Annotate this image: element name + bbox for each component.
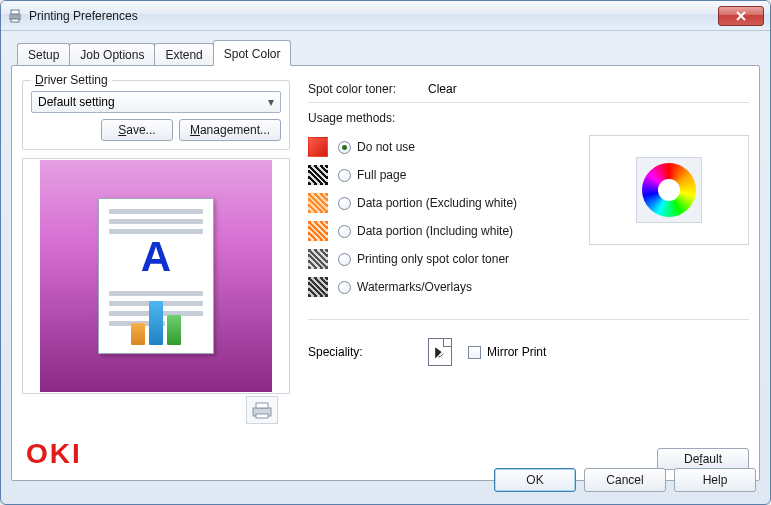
driver-setting-group: Driver Setting Default setting ▾ Save...…	[22, 80, 290, 150]
left-column: Driver Setting Default setting ▾ Save...…	[22, 76, 290, 470]
mirror-print-label: Mirror Print	[487, 345, 546, 359]
usage-option-do-not-use[interactable]: Do not use	[308, 133, 579, 161]
save-button[interactable]: Save...	[101, 119, 173, 141]
printer-icon	[7, 8, 23, 24]
driver-setting-dropdown[interactable]: Default setting ▾	[31, 91, 281, 113]
brand-logo: OKI	[22, 438, 290, 470]
printer-icon	[250, 400, 274, 420]
swatch-icon	[308, 249, 328, 269]
usage-label: Data portion (Including white)	[357, 224, 513, 238]
usage-option-data-incl-white[interactable]: Data portion (Including white)	[308, 217, 579, 245]
window-title: Printing Preferences	[29, 9, 718, 23]
default-button[interactable]: Default	[657, 448, 749, 470]
cancel-button[interactable]: Cancel	[584, 468, 666, 492]
close-button[interactable]	[718, 6, 764, 26]
management-button[interactable]: Management...	[179, 119, 281, 141]
preview-frame: A	[22, 158, 290, 394]
svg-rect-1	[11, 10, 19, 14]
svg-rect-5	[256, 414, 268, 418]
preview-letter: A	[99, 233, 213, 281]
svg-rect-2	[11, 19, 19, 22]
tab-label: Spot Color	[224, 47, 281, 61]
preview-bars-icon	[131, 297, 181, 345]
tab-spot-color[interactable]: Spot Color	[213, 40, 292, 66]
speciality-label: Speciality:	[308, 345, 428, 359]
close-icon	[736, 11, 746, 21]
color-wheel-frame	[589, 135, 749, 245]
tab-extend[interactable]: Extend	[154, 43, 213, 66]
dropdown-value: Default setting	[38, 95, 115, 109]
usage-methods-label: Usage methods:	[308, 111, 749, 125]
printer-thumbnail	[246, 396, 278, 424]
radio[interactable]	[338, 253, 351, 266]
radio[interactable]	[338, 281, 351, 294]
client-area: Setup Job Options Extend Spot Color Driv…	[1, 31, 770, 504]
button-label: OK	[526, 473, 543, 487]
mirror-print-checkbox[interactable]	[468, 346, 481, 359]
swatch-icon	[308, 165, 328, 185]
tabpage-spot-color: Driver Setting Default setting ▾ Save...…	[11, 65, 760, 481]
chevron-down-icon: ▾	[268, 95, 274, 109]
color-wheel-box	[636, 157, 702, 223]
button-label: Help	[703, 473, 728, 487]
driver-setting-legend: Driver Setting	[31, 73, 112, 87]
usage-option-full-page[interactable]: Full page	[308, 161, 579, 189]
titlebar: Printing Preferences	[1, 1, 770, 31]
usage-label: Printing only spot color toner	[357, 252, 509, 266]
usage-label: Watermarks/Overlays	[357, 280, 472, 294]
tab-label: Setup	[28, 48, 59, 62]
radio[interactable]	[338, 197, 351, 210]
usage-label: Full page	[357, 168, 406, 182]
color-wheel-icon	[642, 163, 696, 217]
usage-option-data-excl-white[interactable]: Data portion (Excluding white)	[308, 189, 579, 217]
usage-label: Data portion (Excluding white)	[357, 196, 517, 210]
radio[interactable]	[338, 141, 351, 154]
preview-page: A	[98, 198, 214, 354]
usage-option-watermarks[interactable]: Watermarks/Overlays	[308, 273, 579, 301]
tabstrip: Setup Job Options Extend Spot Color	[17, 39, 760, 65]
radio[interactable]	[338, 169, 351, 182]
tab-setup[interactable]: Setup	[17, 43, 70, 66]
radio[interactable]	[338, 225, 351, 238]
mirror-doc-icon	[428, 338, 452, 366]
swatch-icon	[308, 137, 328, 157]
usage-label: Do not use	[357, 140, 415, 154]
tab-job-options[interactable]: Job Options	[69, 43, 155, 66]
ok-button[interactable]: OK	[494, 468, 576, 492]
button-label: Cancel	[606, 473, 643, 487]
tab-label: Extend	[165, 48, 202, 62]
speciality-row: Speciality: Mirror Print	[308, 338, 749, 366]
swatch-icon	[308, 221, 328, 241]
right-column: Spot color toner: Clear Usage methods: D…	[290, 76, 749, 470]
usage-methods-list: Do not use Full page Data portion (Exclu	[308, 133, 579, 301]
spot-toner-label: Spot color toner:	[308, 82, 428, 96]
swatch-icon	[308, 277, 328, 297]
preview-canvas: A	[40, 160, 272, 392]
window: Printing Preferences Setup Job Options E…	[0, 0, 771, 505]
help-button[interactable]: Help	[674, 468, 756, 492]
usage-option-only-spot[interactable]: Printing only spot color toner	[308, 245, 579, 273]
tab-label: Job Options	[80, 48, 144, 62]
dialog-buttons: OK Cancel Help	[494, 468, 756, 492]
svg-rect-4	[256, 403, 268, 408]
swatch-icon	[308, 193, 328, 213]
spot-toner-value: Clear	[428, 82, 457, 96]
